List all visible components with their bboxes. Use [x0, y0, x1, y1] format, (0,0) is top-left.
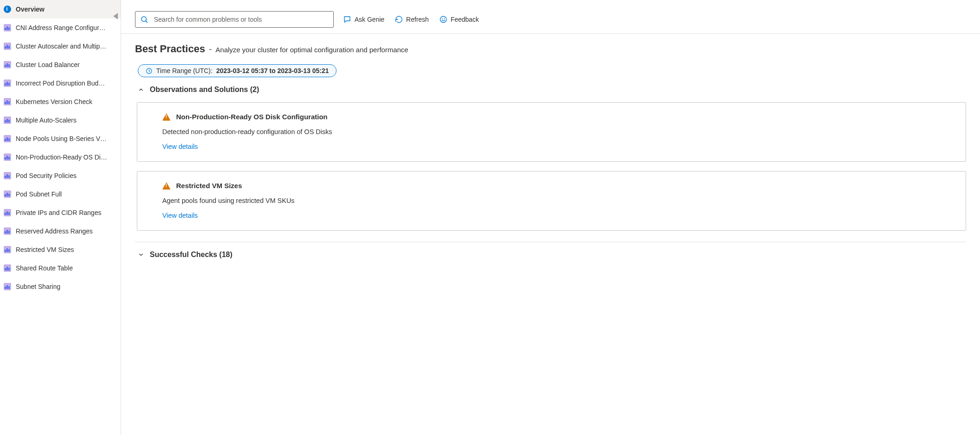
sidebar-item-reserved-address-ranges[interactable]: Reserved Address Ranges	[0, 222, 121, 240]
sidebar-item-overview[interactable]: Overview	[0, 0, 121, 18]
chart-icon	[4, 264, 11, 272]
card-title-row: Non-Production-Ready OS Disk Configurati…	[162, 113, 953, 121]
sidebar-item-label: Cluster Autoscaler and Multip…	[16, 43, 106, 50]
chart-icon	[4, 98, 11, 105]
svg-line-1	[146, 21, 147, 22]
sidebar-item-label: CNI Address Range Configur…	[16, 24, 106, 31]
sidebar: Overview CNI Address Range Configur… Clu…	[0, 0, 121, 435]
sidebar-item-pod-security-policies[interactable]: Pod Security Policies	[0, 166, 121, 185]
sidebar-item-cni-address-range[interactable]: CNI Address Range Configur…	[0, 18, 121, 37]
sidebar-collapse-icon[interactable]	[113, 13, 118, 19]
refresh-label: Refresh	[406, 16, 429, 23]
sidebar-item-label: Pod Security Policies	[16, 172, 77, 179]
feedback-label: Feedback	[451, 16, 479, 23]
observations-section: Observations and Solutions (2) Non-Produ…	[135, 77, 966, 242]
info-icon	[4, 6, 11, 13]
observations-header[interactable]: Observations and Solutions (2)	[135, 86, 966, 94]
sidebar-item-label: Node Pools Using B-Series V…	[16, 135, 107, 142]
chart-icon	[4, 283, 11, 290]
topbar: Ask Genie Refresh Feedback	[121, 0, 980, 34]
time-range-row: Time Range (UTC): 2023-03-12 05:37 to 20…	[135, 64, 966, 77]
refresh-icon	[395, 15, 403, 24]
sidebar-item-label: Non-Production-Ready OS Di…	[16, 153, 107, 161]
chart-icon	[4, 209, 11, 216]
page-title: Best Practices	[135, 43, 205, 55]
search-icon	[140, 15, 148, 24]
sidebar-item-label: Private IPs and CIDR Ranges	[16, 209, 101, 216]
card-title: Restricted VM Sizes	[176, 182, 242, 190]
ask-genie-label: Ask Genie	[355, 16, 385, 23]
sidebar-item-label: Kubernetes Version Check	[16, 98, 92, 105]
sidebar-item-label: Subnet Sharing	[16, 283, 61, 290]
sidebar-item-cluster-load-balancer[interactable]: Cluster Load Balancer	[0, 55, 121, 74]
page-title-separator: -	[209, 44, 212, 55]
chart-icon	[4, 43, 11, 50]
svg-point-2	[440, 16, 447, 23]
sidebar-item-incorrect-pod-disruption[interactable]: Incorrect Pod Disruption Bud…	[0, 74, 121, 92]
sidebar-item-label: Pod Subnet Full	[16, 190, 62, 198]
sidebar-item-private-ips-cidr[interactable]: Private IPs and CIDR Ranges	[0, 203, 121, 222]
sidebar-item-restricted-vm-sizes[interactable]: Restricted VM Sizes	[0, 240, 121, 259]
chart-icon	[4, 61, 11, 68]
app-root: Overview CNI Address Range Configur… Clu…	[0, 0, 980, 435]
sidebar-item-multiple-auto-scalers[interactable]: Multiple Auto-Scalers	[0, 111, 121, 129]
main-area: Ask Genie Refresh Feedback Best Practice…	[121, 0, 980, 435]
chevron-down-icon	[138, 251, 144, 258]
warning-icon	[162, 182, 171, 190]
chart-icon	[4, 172, 11, 179]
sidebar-item-subnet-sharing[interactable]: Subnet Sharing	[0, 277, 121, 296]
chart-icon	[4, 80, 11, 87]
chart-icon	[4, 227, 11, 235]
svg-point-3	[442, 18, 442, 19]
ask-genie-button[interactable]: Ask Genie	[342, 13, 386, 25]
successful-checks-section: Successful Checks (18)	[135, 242, 966, 270]
observation-card: Restricted VM Sizes Agent pools found us…	[137, 171, 966, 231]
time-range-pill[interactable]: Time Range (UTC): 2023-03-12 05:37 to 20…	[138, 64, 337, 77]
successful-checks-header[interactable]: Successful Checks (18)	[135, 251, 966, 259]
page-subtitle: Analyze your cluster for optimal configu…	[215, 46, 408, 54]
chart-icon	[4, 135, 11, 142]
chevron-up-icon	[138, 86, 144, 93]
card-title-row: Restricted VM Sizes	[162, 182, 953, 190]
chat-icon	[343, 15, 351, 24]
search-box[interactable]	[135, 11, 334, 28]
sidebar-item-label: Multiple Auto-Scalers	[16, 116, 77, 124]
chart-icon	[4, 246, 11, 253]
successful-checks-title: Successful Checks (18)	[150, 251, 233, 259]
sidebar-item-label: Reserved Address Ranges	[16, 227, 93, 235]
refresh-button[interactable]: Refresh	[394, 13, 430, 25]
feedback-button[interactable]: Feedback	[438, 13, 480, 25]
card-title: Non-Production-Ready OS Disk Configurati…	[176, 113, 328, 121]
sidebar-item-kubernetes-version-check[interactable]: Kubernetes Version Check	[0, 92, 121, 111]
view-details-link[interactable]: View details	[162, 212, 953, 219]
sidebar-item-label: Cluster Load Balancer	[16, 61, 80, 68]
sidebar-item-label: Overview	[16, 6, 44, 13]
observations-title: Observations and Solutions (2)	[150, 86, 259, 94]
card-desc: Detected non-production-ready configurat…	[162, 128, 953, 135]
sidebar-item-shared-route-table[interactable]: Shared Route Table	[0, 259, 121, 277]
chart-icon	[4, 24, 11, 31]
observation-card: Non-Production-Ready OS Disk Configurati…	[137, 102, 966, 162]
sidebar-item-label: Incorrect Pod Disruption Bud…	[16, 80, 105, 87]
sidebar-item-label: Restricted VM Sizes	[16, 246, 74, 253]
clock-icon	[146, 67, 153, 74]
svg-point-4	[444, 18, 445, 19]
sidebar-item-pod-subnet-full[interactable]: Pod Subnet Full	[0, 185, 121, 203]
chart-icon	[4, 190, 11, 198]
smile-icon	[439, 15, 447, 24]
card-desc: Agent pools found using restricted VM SK…	[162, 197, 953, 204]
sidebar-item-cluster-autoscaler[interactable]: Cluster Autoscaler and Multip…	[0, 37, 121, 55]
chart-icon	[4, 116, 11, 124]
time-range-label: Time Range (UTC):	[156, 67, 213, 74]
view-details-link[interactable]: View details	[162, 143, 953, 150]
sidebar-item-label: Shared Route Table	[16, 264, 73, 272]
sidebar-item-non-production-os-disk[interactable]: Non-Production-Ready OS Di…	[0, 148, 121, 166]
warning-icon	[162, 113, 171, 121]
time-range-value: 2023-03-12 05:37 to 2023-03-13 05:21	[216, 67, 329, 74]
page-heading: Best Practices - Analyze your cluster fo…	[135, 43, 966, 55]
observations-body: Non-Production-Ready OS Disk Configurati…	[135, 94, 966, 231]
content: Best Practices - Analyze your cluster fo…	[121, 34, 980, 288]
chart-icon	[4, 153, 11, 161]
sidebar-item-node-pools-b-series[interactable]: Node Pools Using B-Series V…	[0, 129, 121, 148]
search-input[interactable]	[153, 15, 329, 24]
